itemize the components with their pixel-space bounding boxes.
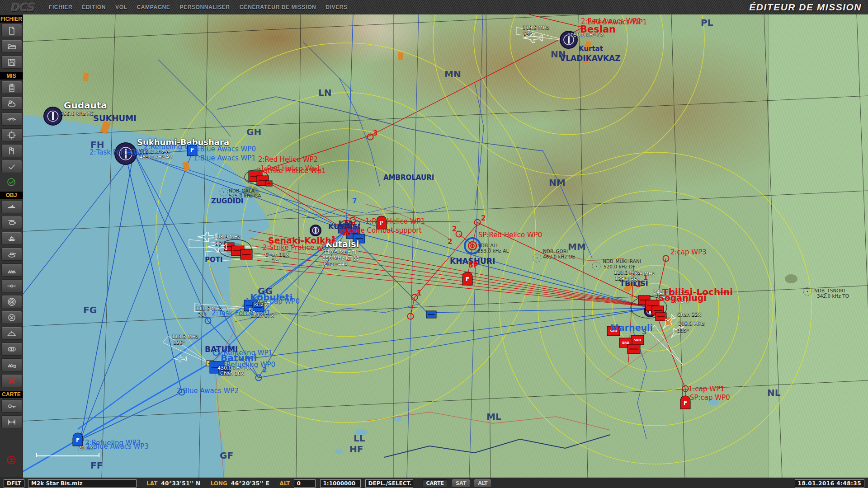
- save-icon: [7, 58, 16, 67]
- map-label: ZUGDIDI: [211, 198, 243, 205]
- flags-icon: [7, 146, 16, 155]
- mission-filename-field[interactable]: M2k Star Bis.miz: [28, 479, 137, 488]
- menu-item-personnaliser[interactable]: PERSONNALISER: [179, 4, 230, 10]
- map-label: 3: [373, 130, 377, 137]
- new-mission-button[interactable]: [1, 24, 22, 37]
- map-label[interactable]: 4:Blue Awacs WP0: [193, 146, 256, 153]
- mission-options-button[interactable]: [1, 160, 22, 173]
- map-label[interactable]: 2:Task Force WP2: [90, 149, 149, 156]
- map-label: 335°: [677, 328, 689, 333]
- map-legend-button[interactable]: [1, 399, 22, 413]
- add-airplane-button[interactable]: [1, 200, 22, 213]
- add-helicopter-button[interactable]: [1, 216, 22, 229]
- map-label: 356 MHz KT 83: [322, 256, 359, 261]
- map-label: SUKHUMI: [93, 114, 137, 122]
- map-view-button-alt[interactable]: ALT: [474, 479, 491, 488]
- measure-distance-button[interactable]: [1, 415, 22, 428]
- delete-button[interactable]: [1, 374, 22, 387]
- menu-item-g-n-rateur-de-mission[interactable]: GÉNÉRATEUR DE MISSION: [240, 4, 316, 10]
- map-label[interactable]: close Combat support: [347, 227, 422, 234]
- map-label: 353.0 kHz AL: [477, 249, 509, 253]
- map-label: NM: [549, 178, 566, 187]
- map-label[interactable]: 2:Blue Awacs WP2: [176, 388, 239, 394]
- ship-icon: [7, 234, 16, 243]
- map-label: 70°: [198, 312, 207, 317]
- trigger-switch-icon: [7, 115, 16, 124]
- alt-field[interactable]: 0: [294, 479, 316, 488]
- menu-item-campagne[interactable]: CAMPAGNE: [137, 4, 170, 10]
- validate-mission-button[interactable]: [1, 176, 21, 188]
- mode-selector[interactable]: DEPL./SELECT.: [365, 479, 413, 488]
- map-label: Soganlugi: [658, 294, 707, 302]
- map-label: Chan 44X: [324, 262, 348, 267]
- map-label: VLADIKAVKAZ: [560, 55, 621, 62]
- menu-item-fichier[interactable]: FICHIER: [49, 4, 72, 10]
- add-waypoint-button[interactable]: [1, 279, 22, 292]
- left-toolbar: FICHIERMISOBJCARTE: [0, 14, 23, 478]
- weather-icon: [7, 99, 16, 108]
- menu-item-vol[interactable]: VOL: [115, 4, 127, 10]
- map-label[interactable]: 1:Red Helico WP1: [365, 218, 425, 225]
- map-view-button-sat[interactable]: SAT: [452, 479, 470, 488]
- check-icon: [7, 162, 16, 171]
- map-label: 1: [643, 275, 648, 282]
- map-label: 126°: [173, 340, 185, 345]
- dflt-badge[interactable]: DFLT: [4, 479, 24, 488]
- map-label[interactable]: 2:Refueling WP2: [144, 144, 199, 150]
- map-label: 525.0 kHz GA: [229, 193, 261, 198]
- triggers-button[interactable]: [1, 113, 22, 126]
- add-trigger-zone-button[interactable]: [1, 295, 22, 308]
- mission-map[interactable]: SRDSRDSRDFFFFF FHGHFGGGFFGFHFLLLMLNMNNNN…: [23, 14, 868, 478]
- map-label[interactable]: SP:cap WP0: [690, 394, 730, 401]
- save-mission-button[interactable]: [1, 56, 22, 69]
- unit-groups-button[interactable]: [1, 343, 22, 356]
- open-mission-button[interactable]: [1, 40, 22, 53]
- map-view-button-carte[interactable]: CARTE: [422, 479, 448, 488]
- map-label: FH: [90, 140, 104, 149]
- map-label[interactable]: SP:Red Helico WP0: [478, 232, 542, 239]
- airbase-button[interactable]: [1, 327, 22, 340]
- map-label: PL: [701, 18, 713, 27]
- exit-button[interactable]: [1, 454, 21, 466]
- map-label[interactable]: 1:cap WP1: [689, 386, 725, 393]
- templates-button[interactable]: [1, 358, 22, 371]
- add-ship-button[interactable]: [1, 232, 22, 245]
- map-label: 119.5 MHz: [523, 25, 549, 30]
- map-label: SP: [468, 262, 478, 269]
- map-label[interactable]: 1:Blue Awacs WP3: [86, 443, 149, 450]
- map-label: 108.8 MHz: [678, 321, 705, 326]
- weather-button[interactable]: [1, 97, 22, 110]
- status-bar: DFLT M2k Star Bis.miz LAT 40°33'51'' N L…: [0, 478, 868, 488]
- map-label: Chan 16X: [220, 371, 244, 376]
- map-label[interactable]: 2:Task Force WP1: [212, 310, 271, 317]
- map-label[interactable]: 2:Strike Pratice w0: [263, 244, 326, 251]
- map-label: AMBROLAURI: [383, 174, 434, 181]
- briefing-button[interactable]: [1, 81, 22, 94]
- crosshair-box-icon: [7, 131, 16, 140]
- map-label[interactable]: 2:cap WP3: [670, 249, 707, 256]
- toolbar-section-fichier: FICHIER: [0, 15, 23, 23]
- remove-object-button[interactable]: [1, 311, 22, 324]
- map-label: Beslan: [580, 25, 616, 34]
- add-static-object-button[interactable]: [1, 263, 22, 277]
- add-vehicle-button[interactable]: [1, 248, 22, 261]
- map-label: Gudauta: [64, 101, 107, 110]
- top-menu-bar: DCS FICHIERÉDITIONVOLCAMPAGNEPERSONNALIS…: [0, 0, 868, 15]
- helicopter-icon: [7, 218, 16, 227]
- map-label: Batumi: [221, 353, 257, 362]
- failures-button[interactable]: [1, 144, 22, 157]
- trigger-zones-button[interactable]: [1, 128, 22, 141]
- map-scale-field[interactable]: 1:1000000: [320, 479, 361, 488]
- map-label[interactable]: 1:Blue Awacs WP1: [193, 155, 256, 162]
- menu-item--dition[interactable]: ÉDITION: [82, 4, 106, 10]
- dome-icon: [7, 329, 16, 338]
- menu-item-divers[interactable]: DIVERS: [326, 4, 347, 10]
- map-labels-layer: FHGHFGGGFFGFHFLLLMLNMNNNNMMMMLNLPLSUKHUM…: [23, 14, 868, 478]
- map-label: MM: [568, 242, 586, 251]
- map-label[interactable]: 2:Strike Pratice Wp1: [257, 168, 326, 174]
- map-label: 1: [417, 290, 421, 297]
- map-label: LN: [318, 88, 331, 97]
- groups-icon: [7, 345, 16, 354]
- map-label: 108.8 MHz: [628, 272, 655, 277]
- map-label[interactable]: 2:Red Helico WP2: [258, 156, 318, 163]
